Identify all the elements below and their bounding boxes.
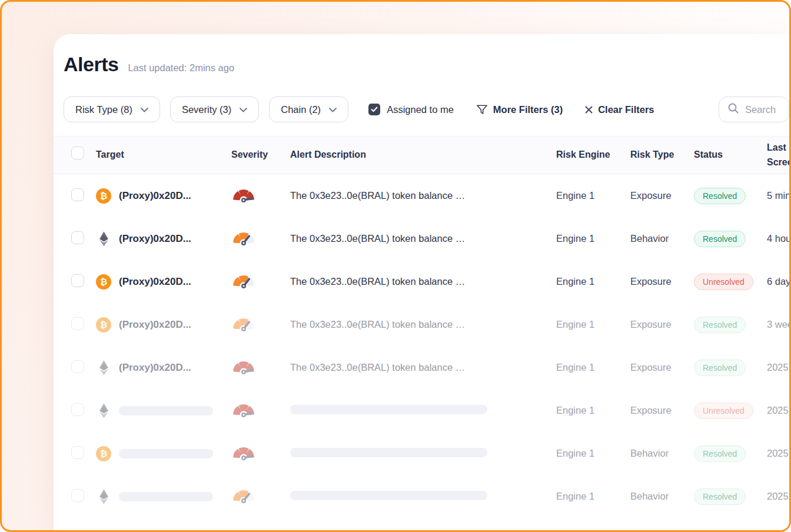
column-header-severity: Severity [231, 148, 290, 162]
row-checkbox[interactable] [71, 403, 84, 416]
last-screened-value: 2025 [767, 448, 789, 459]
bitcoin-icon: ₿ [96, 188, 111, 204]
last-screened-value: 5 mins ago [767, 190, 789, 201]
table-row[interactable]: (Proxy)0x20D... The 0x3e23..0e(BRAL) tok… [54, 346, 789, 389]
funnel-icon [476, 104, 488, 115]
risk-type-value: Exposure [630, 276, 694, 287]
column-header-risk-engine: Risk Engine [556, 148, 630, 162]
select-all-checkbox[interactable] [71, 147, 84, 159]
risk-type-filter-label: Risk Type (8) [75, 104, 132, 115]
status-badge: Resolved [694, 360, 746, 376]
table-row[interactable]: Engine 1 Exposure Unresolved 2025 [54, 389, 789, 432]
status-badge: Unresolved [694, 403, 753, 419]
table-row[interactable]: (Proxy)0x20D... The 0x3e23..0e(BRAL) tok… [54, 217, 789, 260]
risk-engine-value: Engine 1 [556, 233, 630, 244]
risk-engine-value: Engine 1 [556, 276, 630, 287]
target-skeleton [119, 449, 213, 458]
more-filters-button[interactable]: More Filters (3) [476, 104, 563, 115]
bitcoin-icon: ₿ [96, 317, 111, 332]
severity-gauge-icon [231, 453, 256, 463]
ethereum-icon [96, 360, 111, 375]
target-address: (Proxy)0x20D... [119, 319, 191, 331]
table-row[interactable]: ₿ Engine 1 Behavior Resolved 2025 [54, 432, 789, 475]
panel-header: Alerts Last updated: 2mins ago [54, 34, 789, 77]
last-screened-value: 4 hours ago [767, 233, 789, 244]
column-header-status: Status [694, 148, 767, 162]
chain-filter-dropdown[interactable]: Chain (2) [269, 97, 348, 122]
severity-gauge-icon [231, 281, 256, 291]
severity-gauge-icon [231, 367, 256, 377]
filter-bar: Risk Type (8) Severity (3) Chain (2) [64, 97, 789, 122]
column-header-risk-type: Risk Type [630, 148, 694, 162]
target-address: (Proxy)0x20D... [119, 233, 191, 245]
target-address: (Proxy)0x20D... [119, 190, 191, 202]
checkbox-checked-icon [368, 104, 380, 115]
risk-engine-value: Engine 1 [556, 491, 630, 502]
description-skeleton [290, 405, 487, 414]
status-badge: Resolved [694, 488, 746, 505]
row-checkbox[interactable] [71, 489, 84, 502]
table-header-row: Target Severity Alert Description Risk E… [54, 136, 789, 174]
row-checkbox[interactable] [71, 231, 84, 244]
ethereum-icon [96, 489, 111, 504]
risk-engine-value: Engine 1 [556, 448, 630, 459]
severity-filter-label: Severity (3) [182, 104, 231, 115]
table-row[interactable]: ₿ (Proxy)0x20D... The 0x3e23..0e(BRAL) t… [54, 174, 789, 217]
risk-type-value: Exposure [630, 405, 694, 416]
search-input[interactable] [745, 104, 786, 115]
severity-gauge-icon [231, 410, 256, 420]
column-header-target: Target [96, 148, 231, 162]
severity-filter-dropdown[interactable]: Severity (3) [170, 97, 259, 122]
status-badge: Resolved [694, 317, 746, 333]
risk-type-value: Behavior [630, 448, 694, 459]
last-screened-value: 6 days ago [767, 276, 789, 287]
chevron-down-icon [141, 108, 148, 112]
last-screened-value: 2025 [767, 362, 789, 373]
clear-filters-button[interactable]: Clear Filters [585, 104, 654, 115]
alert-description: The 0x3e23..0e(BRAL) token balance … [290, 319, 465, 330]
search-box [719, 97, 789, 122]
row-checkbox[interactable] [71, 446, 84, 459]
status-badge: Resolved [694, 188, 746, 204]
table-row[interactable]: Engine 1 Behavior Resolved 2025 [54, 475, 789, 518]
chevron-down-icon [329, 108, 337, 112]
risk-type-value: Exposure [630, 190, 694, 201]
column-header-last-screened: Last Screened [767, 141, 789, 170]
page-title: Alerts [64, 52, 118, 77]
last-screened-value: 2025 [767, 491, 789, 502]
row-checkbox[interactable] [71, 360, 84, 373]
status-badge: Resolved [694, 445, 746, 462]
risk-engine-value: Engine 1 [556, 405, 630, 416]
description-skeleton [290, 491, 487, 500]
alert-description: The 0x3e23..0e(BRAL) token balance … [290, 276, 465, 287]
table-row[interactable]: ₿ (Proxy)0x20D... The 0x3e23..0e(BRAL) t… [54, 260, 789, 303]
assigned-to-me-checkbox[interactable]: Assigned to me [368, 104, 454, 115]
search-icon [727, 102, 739, 117]
severity-gauge-icon [231, 324, 256, 334]
column-header-description: Alert Description [290, 148, 556, 162]
risk-type-filter-dropdown[interactable]: Risk Type (8) [64, 97, 160, 122]
last-screened-value: 3 weeks ago [767, 319, 789, 330]
alert-description: The 0x3e23..0e(BRAL) token balance … [290, 362, 465, 373]
row-checkbox[interactable] [71, 188, 84, 201]
target-address: (Proxy)0x20D... [119, 362, 191, 374]
table-row[interactable]: ₿ (Proxy)0x20D... The 0x3e23..0e(BRAL) t… [54, 303, 789, 346]
risk-type-value: Exposure [630, 362, 694, 373]
chevron-down-icon [240, 108, 247, 112]
bitcoin-icon: ₿ [96, 446, 111, 461]
status-badge: Resolved [694, 231, 746, 247]
row-checkbox[interactable] [71, 317, 84, 330]
risk-type-value: Behavior [630, 233, 694, 244]
alerts-table: Target Severity Alert Description Risk E… [54, 136, 789, 518]
target-address: (Proxy)0x20D... [119, 276, 191, 288]
risk-engine-value: Engine 1 [556, 319, 630, 330]
status-badge: Unresolved [694, 274, 753, 290]
table-body: ₿ (Proxy)0x20D... The 0x3e23..0e(BRAL) t… [54, 174, 789, 518]
last-updated-text: Last updated: 2mins ago [128, 62, 234, 74]
risk-engine-value: Engine 1 [556, 362, 630, 373]
severity-gauge-icon [231, 496, 256, 506]
row-checkbox[interactable] [71, 274, 84, 287]
clear-filters-label: Clear Filters [598, 104, 654, 115]
risk-type-value: Exposure [630, 319, 694, 330]
chain-filter-label: Chain (2) [281, 104, 321, 115]
